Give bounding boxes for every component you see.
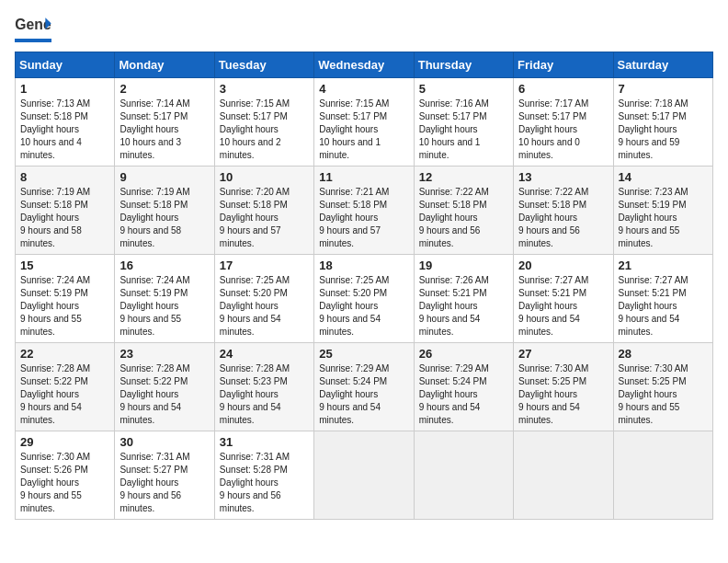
calendar-day-cell [314,431,414,520]
day-number: 24 [220,347,309,361]
day-of-week-header: Friday [514,52,613,78]
calendar-day-cell: 10 Sunrise: 7:20 AM Sunset: 5:18 PM Dayl… [214,167,313,255]
calendar-week-row: 29 Sunrise: 7:30 AM Sunset: 5:26 PM Dayl… [16,431,713,520]
day-of-week-header: Monday [115,52,214,78]
calendar-day-cell: 11 Sunrise: 7:21 AM Sunset: 5:18 PM Dayl… [314,167,414,255]
day-info: Sunrise: 7:23 AM Sunset: 5:19 PM Dayligh… [619,186,708,250]
logo-icon: General [15,15,51,35]
day-number: 8 [20,170,109,184]
day-number: 13 [518,170,608,184]
day-number: 28 [619,347,708,361]
day-number: 31 [220,435,309,449]
day-number: 1 [20,82,109,96]
day-of-week-header: Tuesday [214,52,313,78]
calendar-day-cell: 6 Sunrise: 7:17 AM Sunset: 5:17 PM Dayli… [514,78,613,167]
calendar-day-cell: 26 Sunrise: 7:29 AM Sunset: 5:24 PM Dayl… [414,343,513,431]
calendar-day-cell: 15 Sunrise: 7:24 AM Sunset: 5:19 PM Dayl… [16,255,115,343]
day-number: 25 [319,347,408,361]
calendar-day-cell: 4 Sunrise: 7:15 AM Sunset: 5:17 PM Dayli… [314,78,414,167]
day-number: 10 [220,170,309,184]
day-info: Sunrise: 7:17 AM Sunset: 5:17 PM Dayligh… [518,98,608,162]
calendar-header-row: SundayMondayTuesdayWednesdayThursdayFrid… [16,52,713,78]
calendar-day-cell: 7 Sunrise: 7:18 AM Sunset: 5:17 PM Dayli… [613,78,712,167]
day-info: Sunrise: 7:22 AM Sunset: 5:18 PM Dayligh… [518,186,608,250]
calendar-day-cell: 19 Sunrise: 7:26 AM Sunset: 5:21 PM Dayl… [414,255,513,343]
day-of-week-header: Wednesday [314,52,414,78]
day-info: Sunrise: 7:31 AM Sunset: 5:27 PM Dayligh… [119,451,209,515]
calendar-day-cell: 22 Sunrise: 7:28 AM Sunset: 5:22 PM Dayl… [16,343,115,431]
day-number: 23 [119,347,209,361]
day-number: 21 [619,259,708,272]
calendar-day-cell: 17 Sunrise: 7:25 AM Sunset: 5:20 PM Dayl… [214,255,313,343]
day-info: Sunrise: 7:21 AM Sunset: 5:18 PM Dayligh… [319,186,408,250]
day-number: 7 [619,82,708,96]
calendar-day-cell [414,431,513,520]
day-info: Sunrise: 7:20 AM Sunset: 5:18 PM Dayligh… [220,186,309,250]
day-info: Sunrise: 7:14 AM Sunset: 5:17 PM Dayligh… [119,98,209,162]
calendar-day-cell: 12 Sunrise: 7:22 AM Sunset: 5:18 PM Dayl… [414,167,513,255]
day-number: 26 [419,347,508,361]
day-number: 2 [119,82,209,96]
calendar-day-cell: 1 Sunrise: 7:13 AM Sunset: 5:18 PM Dayli… [16,78,115,167]
day-info: Sunrise: 7:29 AM Sunset: 5:24 PM Dayligh… [319,362,408,427]
day-info: Sunrise: 7:27 AM Sunset: 5:21 PM Dayligh… [518,274,608,339]
calendar-day-cell [514,431,613,520]
day-info: Sunrise: 7:19 AM Sunset: 5:18 PM Dayligh… [119,186,209,250]
day-info: Sunrise: 7:25 AM Sunset: 5:20 PM Dayligh… [220,274,309,339]
day-number: 6 [518,82,608,96]
day-info: Sunrise: 7:13 AM Sunset: 5:18 PM Dayligh… [20,98,109,162]
day-number: 9 [119,170,209,184]
day-info: Sunrise: 7:30 AM Sunset: 5:26 PM Dayligh… [20,451,109,515]
day-number: 19 [419,259,508,272]
day-number: 16 [119,259,209,272]
day-info: Sunrise: 7:27 AM Sunset: 5:21 PM Dayligh… [619,274,708,339]
calendar-day-cell: 24 Sunrise: 7:28 AM Sunset: 5:23 PM Dayl… [214,343,313,431]
day-of-week-header: Sunday [16,52,115,78]
calendar-day-cell: 23 Sunrise: 7:28 AM Sunset: 5:22 PM Dayl… [115,343,214,431]
calendar-day-cell [613,431,712,520]
calendar-week-row: 8 Sunrise: 7:19 AM Sunset: 5:18 PM Dayli… [16,167,713,255]
calendar-day-cell: 2 Sunrise: 7:14 AM Sunset: 5:17 PM Dayli… [115,78,214,167]
day-number: 30 [119,435,209,449]
day-info: Sunrise: 7:28 AM Sunset: 5:22 PM Dayligh… [119,362,209,427]
calendar-day-cell: 21 Sunrise: 7:27 AM Sunset: 5:21 PM Dayl… [613,255,712,343]
day-number: 20 [518,259,608,272]
day-number: 4 [319,82,408,96]
day-info: Sunrise: 7:15 AM Sunset: 5:17 PM Dayligh… [319,98,408,162]
day-number: 18 [319,259,408,272]
calendar-day-cell: 18 Sunrise: 7:25 AM Sunset: 5:20 PM Dayl… [314,255,414,343]
calendar-day-cell: 27 Sunrise: 7:30 AM Sunset: 5:25 PM Dayl… [514,343,613,431]
day-of-week-header: Saturday [613,52,712,78]
day-number: 22 [20,347,109,361]
calendar-day-cell: 20 Sunrise: 7:27 AM Sunset: 5:21 PM Dayl… [514,255,613,343]
calendar-week-row: 15 Sunrise: 7:24 AM Sunset: 5:19 PM Dayl… [16,255,713,343]
day-info: Sunrise: 7:30 AM Sunset: 5:25 PM Dayligh… [619,362,708,427]
day-number: 11 [319,170,408,184]
day-info: Sunrise: 7:24 AM Sunset: 5:19 PM Dayligh… [20,274,109,339]
calendar-day-cell: 5 Sunrise: 7:16 AM Sunset: 5:17 PM Dayli… [414,78,513,167]
day-info: Sunrise: 7:29 AM Sunset: 5:24 PM Dayligh… [419,362,508,427]
calendar-day-cell: 16 Sunrise: 7:24 AM Sunset: 5:19 PM Dayl… [115,255,214,343]
header: General [15,15,713,42]
calendar-day-cell: 9 Sunrise: 7:19 AM Sunset: 5:18 PM Dayli… [115,167,214,255]
calendar-week-row: 1 Sunrise: 7:13 AM Sunset: 5:18 PM Dayli… [16,78,713,167]
day-info: Sunrise: 7:24 AM Sunset: 5:19 PM Dayligh… [119,274,209,339]
day-number: 12 [419,170,508,184]
calendar-day-cell: 28 Sunrise: 7:30 AM Sunset: 5:25 PM Dayl… [613,343,712,431]
calendar-day-cell: 31 Sunrise: 7:31 AM Sunset: 5:28 PM Dayl… [214,431,313,520]
calendar-day-cell: 30 Sunrise: 7:31 AM Sunset: 5:27 PM Dayl… [115,431,214,520]
logo: General [15,15,51,42]
day-number: 17 [220,259,309,272]
day-info: Sunrise: 7:16 AM Sunset: 5:17 PM Dayligh… [419,98,508,162]
calendar-day-cell: 25 Sunrise: 7:29 AM Sunset: 5:24 PM Dayl… [314,343,414,431]
day-number: 29 [20,435,109,449]
day-number: 3 [220,82,309,96]
calendar-day-cell: 29 Sunrise: 7:30 AM Sunset: 5:26 PM Dayl… [16,431,115,520]
day-number: 15 [20,259,109,272]
day-info: Sunrise: 7:18 AM Sunset: 5:17 PM Dayligh… [619,98,708,162]
day-of-week-header: Thursday [414,52,513,78]
calendar-week-row: 22 Sunrise: 7:28 AM Sunset: 5:22 PM Dayl… [16,343,713,431]
day-info: Sunrise: 7:26 AM Sunset: 5:21 PM Dayligh… [419,274,508,339]
day-number: 14 [619,170,708,184]
day-info: Sunrise: 7:28 AM Sunset: 5:22 PM Dayligh… [20,362,109,427]
